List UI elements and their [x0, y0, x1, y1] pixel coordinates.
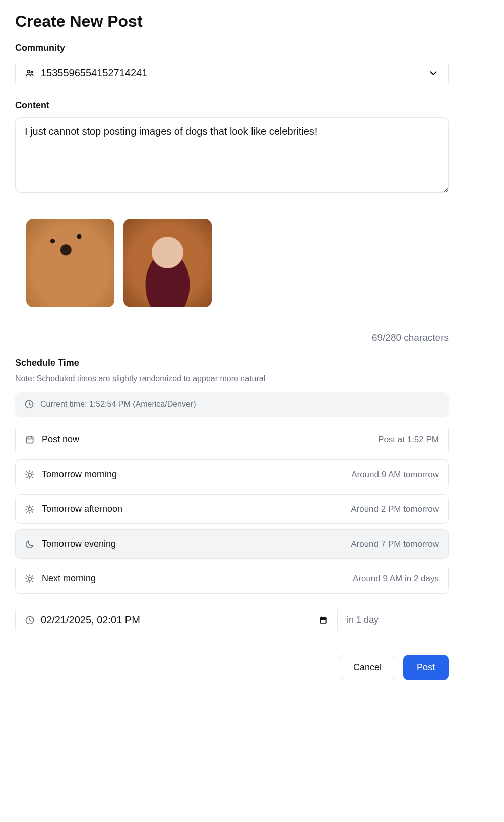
datetime-relative: in 1 day — [347, 615, 379, 625]
schedule-option-desc: Around 9 AM tomorrow — [351, 469, 439, 480]
attachment-dog-image[interactable] — [26, 219, 114, 307]
datetime-value: 02/21/2025, 02:01 PM — [41, 614, 140, 626]
char-count: 69/280 characters — [15, 332, 449, 343]
schedule-option-next-morn[interactable]: Next morningAround 9 AM in 2 days — [15, 564, 449, 594]
schedule-option-tm-morn[interactable]: Tomorrow morningAround 9 AM tomorrow — [15, 459, 449, 489]
svg-line-13 — [32, 477, 33, 478]
svg-line-12 — [27, 471, 28, 472]
sun-icon — [25, 469, 35, 480]
attachment-celebrity-image[interactable] — [123, 219, 212, 307]
attachments — [26, 219, 449, 307]
svg-point-25 — [28, 577, 32, 580]
content-label: Content — [15, 100, 449, 111]
schedule-option-desc: Post at 1:52 PM — [378, 435, 439, 445]
svg-rect-39 — [321, 620, 325, 623]
svg-line-23 — [27, 511, 28, 512]
schedule-label: Schedule Time — [15, 358, 449, 368]
users-icon — [25, 68, 35, 78]
sun-icon — [25, 504, 35, 514]
schedule-note: Note: Scheduled times are slightly rando… — [15, 374, 449, 383]
svg-line-14 — [27, 477, 28, 478]
schedule-option-now[interactable]: Post nowPost at 1:52 PM — [15, 425, 449, 454]
current-time-bar: Current time: 1:52:54 PM (America/Denver… — [15, 392, 449, 417]
sun-icon — [25, 574, 35, 584]
schedule-option-label: Tomorrow morning — [42, 469, 117, 480]
schedule-option-label: Tomorrow evening — [42, 539, 116, 549]
post-button[interactable]: Post — [403, 655, 449, 680]
svg-line-22 — [32, 511, 33, 512]
community-label: Community — [15, 43, 449, 53]
schedule-option-desc: Around 7 PM tomorrow — [351, 539, 439, 549]
schedule-option-tm-eve[interactable]: Tomorrow eveningAround 7 PM tomorrow — [15, 529, 449, 559]
schedule-options: Post nowPost at 1:52 PMTomorrow morningA… — [15, 425, 449, 594]
svg-rect-37 — [321, 616, 322, 618]
svg-line-30 — [27, 575, 28, 576]
moon-icon — [25, 539, 35, 549]
schedule-option-label: Tomorrow afternoon — [42, 504, 122, 514]
schedule-option-desc: Around 9 AM in 2 days — [353, 574, 439, 584]
svg-point-1 — [31, 71, 33, 73]
datetime-input[interactable]: 02/21/2025, 02:01 PM — [15, 606, 338, 634]
svg-rect-36 — [320, 617, 326, 619]
svg-line-24 — [32, 506, 33, 507]
svg-point-0 — [27, 70, 30, 73]
svg-rect-3 — [26, 437, 33, 443]
calendar-icon — [25, 435, 35, 445]
schedule-option-label: Next morning — [42, 573, 96, 584]
svg-line-31 — [32, 581, 33, 582]
schedule-option-label: Post now — [42, 434, 79, 445]
current-time-text: Current time: 1:52:54 PM (America/Denver… — [40, 400, 196, 409]
chevron-down-icon — [428, 68, 439, 79]
schedule-option-tm-aft[interactable]: Tomorrow afternoonAround 2 PM tomorrow — [15, 494, 449, 524]
svg-line-33 — [32, 575, 33, 576]
svg-point-16 — [28, 507, 32, 511]
community-select[interactable]: 1535596554152714241 — [15, 60, 449, 86]
svg-rect-38 — [325, 616, 326, 618]
community-selected: 1535596554152714241 — [41, 67, 147, 79]
schedule-option-desc: Around 2 PM tomorrow — [351, 504, 439, 514]
svg-line-15 — [32, 471, 33, 472]
clock-icon — [25, 615, 35, 625]
svg-point-7 — [28, 473, 32, 476]
clock-icon — [24, 399, 34, 409]
svg-line-32 — [27, 581, 28, 582]
page-title: Create New Post — [15, 12, 449, 31]
cancel-button[interactable]: Cancel — [340, 655, 395, 680]
content-textarea[interactable] — [15, 117, 449, 193]
calendar-icon — [318, 615, 328, 625]
svg-line-21 — [27, 506, 28, 507]
